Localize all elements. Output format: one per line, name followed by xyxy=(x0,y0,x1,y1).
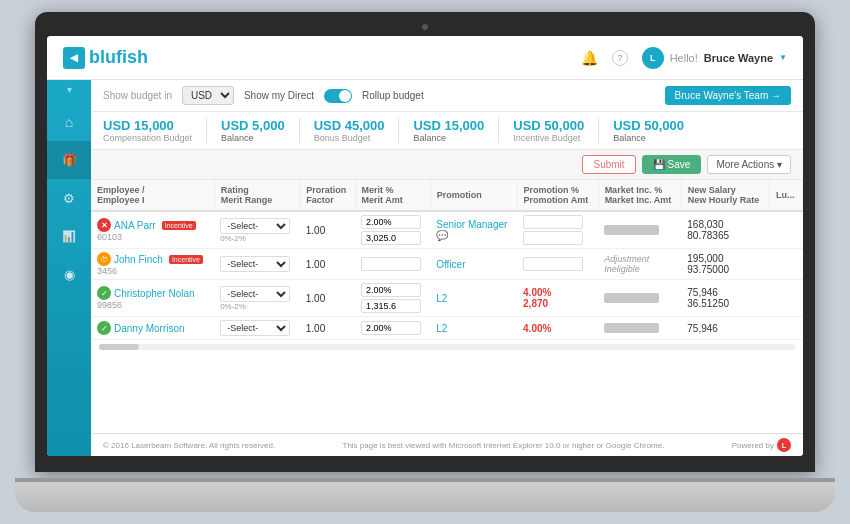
promotion-cell: Senior Manager 💬 xyxy=(430,211,517,249)
user-dropdown-arrow[interactable]: ▼ xyxy=(779,53,787,62)
status-error-icon: ✕ xyxy=(97,218,111,232)
rating-select[interactable]: -Select- xyxy=(220,256,290,272)
employee-name: John Finch xyxy=(114,254,163,265)
employee-name: ANA Parr xyxy=(114,220,156,231)
promotion-link[interactable]: L2 xyxy=(436,323,447,334)
promo-pct-value: 4.00% xyxy=(523,323,551,334)
sidebar-item-home[interactable]: ⌂ xyxy=(47,103,91,141)
currency-select[interactable]: USD xyxy=(182,86,234,105)
chat-icon[interactable]: 💬 xyxy=(436,230,448,241)
horizontal-scrollbar[interactable] xyxy=(99,344,795,350)
sidebar-item-pie[interactable]: ◉ xyxy=(47,255,91,293)
status-success-icon: ✓ xyxy=(97,321,111,335)
new-hourly-value: 36.51250 xyxy=(687,298,763,309)
employee-cell: ✓ Danny Morrison xyxy=(91,317,214,340)
new-salary-value: 195,000 xyxy=(687,253,763,264)
comp-balance-label: Balance xyxy=(221,133,285,143)
promo-pct-cell[interactable]: 4.00% xyxy=(517,317,598,340)
merit-pct-input[interactable] xyxy=(361,257,421,271)
submit-button[interactable]: Submit xyxy=(582,155,635,174)
incentive-amount: USD 50,000 xyxy=(513,118,584,133)
table-row: ✓ Danny Morrison -Select- 1.00 xyxy=(91,317,803,340)
proration-cell: 1.00 xyxy=(300,280,355,317)
th-merit: Merit %Merit Amt xyxy=(355,180,430,211)
employees-table: Employee /Employee I RatingMerit Range P… xyxy=(91,180,803,340)
header-right: 🔔 ? L Hello! Bruce Wayne ▼ xyxy=(581,47,787,69)
promotion-cell: L2 xyxy=(430,280,517,317)
table-row: ✕ ANA Parr Incentive 60103 -Select- xyxy=(91,211,803,249)
promo-amt-value: 2,870 xyxy=(523,298,548,309)
merit-amt-input[interactable] xyxy=(361,299,421,313)
content-area: Show budget in USD Show my Direct Rollup… xyxy=(91,80,803,456)
comp-label: Compensation Budget xyxy=(103,133,192,143)
market-inc-cell xyxy=(598,211,681,249)
promo-pct-input[interactable] xyxy=(523,257,583,271)
rating-select[interactable]: -Select- xyxy=(220,218,290,234)
save-label: Save xyxy=(668,159,691,170)
lump-cell xyxy=(770,280,803,317)
save-icon: 💾 xyxy=(653,159,665,170)
promo-pct-cell[interactable] xyxy=(517,211,598,249)
avatar: L xyxy=(642,47,664,69)
promo-amt-input[interactable] xyxy=(523,231,583,245)
notification-icon[interactable]: 🔔 xyxy=(581,50,598,66)
merit-amt-input[interactable] xyxy=(361,231,421,245)
new-salary-cell: 168,030 80.78365 xyxy=(681,211,769,249)
save-button[interactable]: 💾 Save xyxy=(642,155,702,174)
th-proration: ProrationFactor xyxy=(300,180,355,211)
new-hourly-value: 93.75000 xyxy=(687,264,763,275)
promotion-link[interactable]: L2 xyxy=(436,293,447,304)
merit-cell[interactable] xyxy=(355,249,430,280)
rating-select[interactable]: -Select- xyxy=(220,320,290,336)
merit-pct-input[interactable] xyxy=(361,321,421,335)
rating-select[interactable]: -Select- xyxy=(220,286,290,302)
incentive-balance-label: Balance xyxy=(613,133,684,143)
help-icon[interactable]: ? xyxy=(612,50,628,66)
promotion-link[interactable]: Officer xyxy=(436,259,465,270)
show-direct-toggle[interactable] xyxy=(324,89,352,103)
new-salary-value: 75,946 xyxy=(687,323,763,334)
market-inc-bar xyxy=(604,323,659,333)
sidebar-item-chart[interactable]: 📊 xyxy=(47,217,91,255)
th-promotion: Promotion xyxy=(430,180,517,211)
table-container[interactable]: Employee /Employee I RatingMerit Range P… xyxy=(91,180,803,433)
promo-pct-input[interactable] xyxy=(523,215,583,229)
toggle-knob xyxy=(339,90,351,102)
budget-incentive: USD 50,000 Incentive Budget xyxy=(499,118,599,143)
sidebar-item-settings[interactable]: ⚙ xyxy=(47,179,91,217)
hello-text: Hello! xyxy=(670,52,698,64)
promo-pct-cell[interactable] xyxy=(517,249,598,280)
footer: © 2016 Laserbeam Software. All rights re… xyxy=(91,433,803,456)
scrollbar-thumb xyxy=(99,344,139,350)
promo-pct-value: 4.00% xyxy=(523,287,551,298)
incentive-badge: Incentive xyxy=(162,221,196,230)
rating-cell[interactable]: -Select- 0%-2% xyxy=(214,280,300,317)
promo-pct-cell[interactable]: 4.00% 2,870 xyxy=(517,280,598,317)
table-row: ✓ Christopher Nolan 99856 -Select- 0%-2% xyxy=(91,280,803,317)
promotion-cell: Officer xyxy=(430,249,517,280)
team-button[interactable]: Bruce Wayne's Team → xyxy=(665,86,791,105)
powered-by: Powered by L xyxy=(732,438,791,452)
table-row: ⏱ John Finch Incentive 3456 -Select- xyxy=(91,249,803,280)
rating-cell[interactable]: -Select- xyxy=(214,317,300,340)
browser-notice: This page is best viewed with Microsoft … xyxy=(343,441,665,450)
merit-cell[interactable] xyxy=(355,317,430,340)
merit-cell[interactable] xyxy=(355,280,430,317)
th-new-salary: New SalaryNew Hourly Rate xyxy=(681,180,769,211)
merit-cell[interactable] xyxy=(355,211,430,249)
merit-pct-input[interactable] xyxy=(361,215,421,229)
sidebar-item-gift[interactable]: 🎁 xyxy=(47,141,91,179)
logo-area: ◀ blufish xyxy=(63,47,148,69)
promotion-link[interactable]: Senior Manager xyxy=(436,219,507,230)
show-direct-label: Show my Direct xyxy=(244,90,314,101)
table-header-row: Employee /Employee I RatingMerit Range P… xyxy=(91,180,803,211)
merit-pct-input[interactable] xyxy=(361,283,421,297)
rating-cell[interactable]: -Select- 0%-2% xyxy=(214,211,300,249)
toolbar-strip: Show budget in USD Show my Direct Rollup… xyxy=(91,80,803,112)
more-actions-button[interactable]: More Actions ▾ xyxy=(707,155,791,174)
sidebar-chevron[interactable]: ▾ xyxy=(67,84,72,95)
rating-cell[interactable]: -Select- xyxy=(214,249,300,280)
new-salary-value: 168,030 xyxy=(687,219,763,230)
bonus-balance-label: Balance xyxy=(413,133,484,143)
th-rating: RatingMerit Range xyxy=(214,180,300,211)
